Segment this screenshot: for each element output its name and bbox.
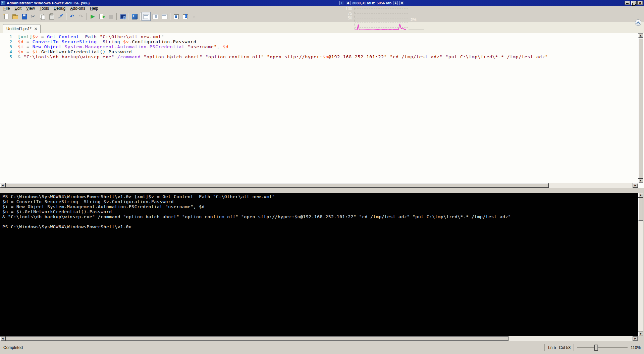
console-line: PS C:\Windows\SysWOW64\WindowsPowerShell…: [2, 224, 638, 229]
editor-content[interactable]: 1[xml]$v = Get-Content -Path "C:\Other\a…: [0, 33, 638, 183]
run-selection-icon: [99, 13, 105, 19]
open-script-icon: [12, 13, 18, 19]
redo-icon: ↷: [79, 14, 83, 19]
editor-line-3[interactable]: 3$i = New-Object System.Management.Autom…: [0, 44, 638, 49]
status-bar: Completed Ln 5 Col 53 110%: [0, 341, 644, 354]
window-title: Administrator: Windows PowerShell ISE (x…: [7, 1, 90, 5]
scroll-up-icon[interactable]: ▲: [638, 33, 643, 38]
code-text: [xml]$v = Get-Content -Path "C:\Other\at…: [13, 34, 164, 39]
zoom-slider[interactable]: [577, 344, 628, 351]
pane-splitter[interactable]: [0, 188, 644, 193]
cut-button[interactable]: ✂: [29, 12, 38, 21]
menu-addons[interactable]: Add-ons: [68, 6, 88, 11]
show-script-pane-right-button[interactable]: [151, 12, 160, 21]
new-script-button[interactable]: [1, 12, 10, 21]
gadget-minimize-icon[interactable]: ↓: [393, 1, 398, 5]
scroll-right-icon[interactable]: ▶: [633, 183, 638, 188]
gadget-memory: 5056 Mb: [377, 1, 392, 5]
zoom-slider-track[interactable]: [577, 347, 628, 348]
gadget-close-icon[interactable]: ×: [399, 1, 404, 5]
editor-horizontal-scrollbar[interactable]: ◀ ▶: [0, 183, 638, 188]
toolbar-separator: [128, 13, 129, 20]
scroll-left-icon[interactable]: ◀: [0, 336, 5, 341]
column-indicator: Col 53: [559, 345, 571, 350]
console-pane[interactable]: PS C:\Windows\SysWOW64\WindowsPowerShell…: [0, 193, 638, 336]
code-text: $d = ConvertTo-SecureString -String $v.C…: [13, 39, 196, 44]
show-script-pane-top-icon: [143, 13, 149, 19]
new-powershell-tab-button[interactable]: [171, 12, 180, 21]
toolbar-separator: [87, 13, 87, 20]
undo-icon: ↶: [70, 14, 74, 19]
minimize-button[interactable]: [625, 1, 630, 5]
close-button[interactable]: [637, 1, 643, 5]
scroll-down-icon[interactable]: ▼: [638, 178, 643, 183]
copy-button[interactable]: [38, 12, 47, 21]
zoom-slider-thumb[interactable]: [594, 345, 598, 351]
gadget-move-icon[interactable]: +: [339, 1, 344, 5]
editor-line-5[interactable]: 5& "C:\tools\db_backup\winscp.exe" /comm…: [0, 54, 638, 59]
run-script-button[interactable]: ▶: [88, 12, 97, 21]
console-hscroll-thumb[interactable]: [5, 336, 508, 341]
toolbar-overflow-icon: »: [193, 14, 196, 19]
collapse-chevron-button[interactable]: [635, 19, 641, 26]
tab-close-icon[interactable]: ✕: [34, 26, 38, 31]
console-vscroll-thumb[interactable]: [638, 197, 643, 221]
clear-console-pane-icon: [57, 13, 63, 19]
scroll-down-icon[interactable]: ▼: [638, 332, 643, 336]
menu-view[interactable]: View: [24, 6, 37, 11]
copy-icon: [39, 13, 45, 19]
editor-vscroll-thumb[interactable]: [638, 38, 643, 178]
console-horizontal-scrollbar[interactable]: ◀ ▶: [0, 336, 638, 341]
tab-strip: Untitled1.ps1* ✕: [0, 22, 644, 33]
menu-bar: FileEditViewToolsDebugAdd-onsHelp: [0, 6, 644, 11]
new-remote-tab-button[interactable]: [180, 12, 190, 21]
paste-button[interactable]: [47, 12, 56, 21]
status-text: Completed: [3, 345, 23, 350]
menu-file[interactable]: File: [1, 6, 12, 11]
show-script-pane-top-button[interactable]: [142, 12, 151, 21]
restore-button[interactable]: [631, 1, 637, 5]
gadget-diamond-icon[interactable]: ◆: [346, 1, 351, 5]
perf-gadget-bar: + ◆ 2080,31 MHz 5056 Mb ↓ ×: [339, 0, 404, 5]
menu-edit[interactable]: Edit: [12, 6, 24, 11]
save-script-button[interactable]: [19, 12, 29, 21]
line-number: 4: [0, 49, 13, 54]
menu-tools[interactable]: Tools: [37, 6, 51, 11]
menu-help[interactable]: Help: [88, 6, 101, 11]
line-number: 5: [0, 54, 13, 59]
editor-line-2[interactable]: 2$d = ConvertTo-SecureString -String $v.…: [0, 39, 638, 44]
scroll-right-icon[interactable]: ▶: [633, 336, 638, 341]
editor-line-4[interactable]: 4$n = $i.GetNetworkCredential().Password: [0, 49, 638, 54]
scroll-left-icon[interactable]: ◀: [0, 183, 5, 188]
editor-hscroll-thumb[interactable]: [5, 183, 549, 188]
menu-debug[interactable]: Debug: [51, 6, 68, 11]
console-line: [2, 219, 638, 224]
code-text: $i = New-Object System.Management.Automa…: [13, 44, 228, 49]
tab-untitled1[interactable]: Untitled1.ps1* ✕: [3, 24, 41, 33]
open-script-button[interactable]: [10, 12, 19, 21]
paste-icon: [48, 13, 54, 19]
clear-console-pane-button[interactable]: [56, 12, 65, 21]
stop-operation-button: ■: [106, 12, 115, 21]
code-text: $n = $i.GetNetworkCredential().Password: [13, 49, 132, 54]
undo-button[interactable]: ↶: [67, 12, 76, 21]
scroll-up-icon[interactable]: ▲: [638, 193, 643, 197]
powershell-ise-window: { "window": { "title": "Administrator: W…: [0, 0, 644, 354]
statusbar-separator: [574, 344, 574, 351]
console-vertical-scrollbar[interactable]: ▲ ▼: [638, 193, 643, 336]
console-line: $n = $i.GetNetworkCredential().Password: [2, 209, 638, 214]
run-selection-button[interactable]: [97, 12, 106, 21]
start-powershell-exe-button[interactable]: [130, 12, 139, 21]
gadget-cpu-frequency: 2080,31 MHz: [352, 1, 375, 5]
console-line: PS C:\Windows\SysWOW64\WindowsPowerShell…: [2, 194, 638, 199]
new-remote-powershell-tab-button[interactable]: [118, 12, 127, 21]
show-script-pane-maximized-button[interactable]: [160, 12, 169, 21]
editor-vertical-scrollbar[interactable]: ▲ ▼: [638, 33, 643, 183]
script-editor-pane[interactable]: 1[xml]$v = Get-Content -Path "C:\Other\a…: [0, 33, 644, 188]
editor-line-1[interactable]: 1[xml]$v = Get-Content -Path "C:\Other\a…: [0, 34, 638, 39]
app-icon: [1, 1, 5, 5]
statusbar-separator: [544, 344, 545, 351]
new-remote-powershell-tab-icon: [120, 13, 126, 19]
toolbar-separator: [66, 13, 66, 20]
new-powershell-tab-icon: [173, 13, 179, 19]
